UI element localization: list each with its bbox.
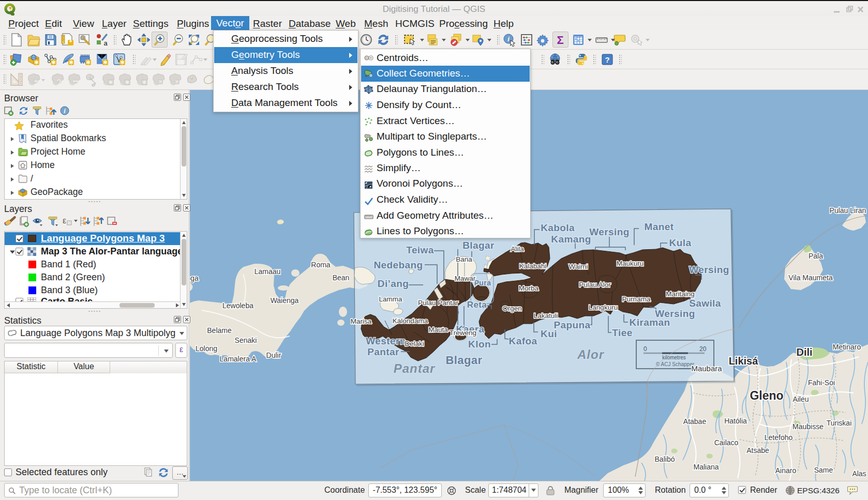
- svg-text:a: a: [103, 39, 108, 47]
- svg-text:Maubisse: Maubisse: [792, 422, 824, 431]
- svg-text:Nedebang: Nedebang: [373, 260, 423, 270]
- svg-text:ε: ε: [63, 216, 66, 225]
- svg-text:Papuna: Papuna: [553, 320, 590, 330]
- svg-text:Western: Western: [366, 336, 406, 346]
- svg-text:Pulau Liran: Pulau Liran: [830, 206, 866, 215]
- svg-text:Waimi: Waimi: [569, 263, 588, 270]
- svg-text:Marisa: Marisa: [351, 317, 372, 325]
- svg-text:Mauta: Mauta: [428, 326, 448, 334]
- svg-text:Treweng: Treweng: [450, 329, 476, 337]
- svg-text:Wersing: Wersing: [589, 226, 629, 237]
- svg-text:/: /: [31, 173, 33, 184]
- svg-text:© ACJ Schapper: © ACJ Schapper: [656, 361, 695, 367]
- svg-text:Kalabahi: Kalabahi: [519, 262, 547, 270]
- svg-text:Gleno: Gleno: [750, 389, 783, 402]
- svg-text:Klon: Klon: [468, 339, 491, 350]
- svg-text:Atabae: Atabae: [683, 417, 707, 426]
- svg-text:Lamaau: Lamaau: [255, 267, 281, 276]
- svg-text:Favorites: Favorites: [31, 119, 68, 130]
- svg-text:Kafoa: Kafoa: [509, 336, 537, 346]
- svg-text:Kui: Kui: [541, 328, 557, 339]
- svg-text:Letefoho: Letefoho: [765, 433, 793, 442]
- svg-text:Maritaing: Maritaing: [666, 290, 695, 298]
- svg-text:Blagar: Blagar: [462, 240, 495, 251]
- svg-text:Lakatuli: Lakatuli: [534, 312, 558, 320]
- svg-text:Aileu: Aileu: [792, 395, 809, 403]
- svg-text:Alila: Alila: [511, 245, 524, 253]
- svg-text:Pantar: Pantar: [367, 346, 399, 357]
- svg-text:0: 0: [643, 345, 647, 353]
- svg-text:Belame: Belame: [207, 326, 232, 335]
- svg-text:Metinaro: Metinaro: [833, 343, 861, 351]
- svg-text:Kula: Kula: [669, 237, 692, 248]
- svg-text:Kabola: Kabola: [541, 222, 575, 233]
- svg-text:Dulir: Dulir: [266, 351, 281, 359]
- svg-text:Bana: Bana: [456, 255, 472, 263]
- svg-text:Senaki: Senaki: [235, 336, 257, 344]
- svg-text:Balibó: Balibó: [655, 455, 675, 463]
- svg-text:GeoPackage: GeoPackage: [31, 187, 83, 197]
- svg-text:Pura: Pura: [474, 279, 491, 287]
- svg-text:Sawila: Sawila: [689, 298, 721, 309]
- svg-text:Maliana: Maliana: [693, 463, 719, 471]
- svg-text:Roma: Roma: [311, 261, 331, 269]
- svg-text:Lewoleba: Lewoleba: [222, 301, 253, 310]
- svg-text:Pulau Pantar: Pulau Pantar: [418, 299, 459, 307]
- svg-text:Hatólia: Hatólia: [724, 417, 747, 425]
- svg-text:Purnama: Purnama: [622, 295, 651, 303]
- svg-text:Spatial Bookmarks: Spatial Bookmarks: [31, 133, 106, 143]
- svg-text:*: *: [69, 39, 72, 46]
- svg-text:Di’ang: Di’ang: [378, 278, 409, 289]
- svg-text:Waienga: Waienga: [271, 296, 299, 305]
- svg-text:Delaki: Delaki: [405, 340, 424, 347]
- svg-text:Blagar: Blagar: [446, 354, 483, 367]
- svg-text:Lamma: Lamma: [379, 295, 402, 303]
- svg-text:Same: Same: [814, 466, 833, 474]
- svg-text:Lamalera A: Lamalera A: [220, 355, 257, 363]
- svg-text:Turiskai: Turiskai: [827, 419, 852, 427]
- svg-text:Kamang: Kamang: [551, 234, 591, 245]
- svg-text:Pantar: Pantar: [394, 361, 436, 375]
- svg-text:Vila Maumeta: Vila Maumeta: [788, 274, 833, 282]
- svg-text:Σ: Σ: [557, 34, 563, 47]
- svg-text:Pulau Alor: Pulau Alor: [579, 281, 611, 289]
- svg-text:Cailaco: Cailaco: [714, 438, 739, 447]
- svg-text:Lolong: Lolong: [196, 344, 217, 353]
- svg-text:Reta: Reta: [467, 300, 487, 310]
- svg-text:Manet: Manet: [645, 221, 674, 232]
- svg-text:Bean: Bean: [333, 274, 350, 282]
- svg-text:Alor: Alor: [577, 347, 605, 361]
- svg-text:Kiraman: Kiraman: [630, 317, 670, 328]
- svg-text:Pala: Pala: [809, 252, 823, 260]
- svg-text:Project Home: Project Home: [31, 146, 85, 157]
- svg-text:20: 20: [699, 345, 707, 353]
- svg-text:Maukuru: Maukuru: [617, 260, 644, 267]
- svg-text:Alas: Alas: [852, 469, 866, 478]
- svg-text:Likisá: Likisá: [729, 355, 759, 367]
- svg-text:Morba: Morba: [519, 284, 539, 292]
- svg-text:Wersing: Wersing: [689, 264, 729, 275]
- svg-text:?: ?: [605, 55, 609, 64]
- svg-text:Langkuru: Langkuru: [589, 304, 618, 311]
- svg-text:Atsabe: Atsabe: [746, 446, 769, 454]
- svg-text:Mawar: Mawar: [455, 275, 476, 282]
- svg-text:Maubara: Maubara: [691, 364, 722, 373]
- svg-text:Ainaro: Ainaro: [775, 466, 797, 475]
- svg-text:Dili: Dili: [796, 346, 812, 358]
- svg-text:Teiwa: Teiwa: [406, 245, 433, 255]
- svg-text:Kalondama: Kalondama: [393, 317, 428, 325]
- svg-text:i: i: [507, 35, 510, 43]
- svg-text:Tiee: Tiee: [612, 327, 632, 338]
- svg-text:oga: oga: [190, 274, 199, 282]
- svg-text:Home: Home: [31, 160, 55, 170]
- svg-text:Fahi-Soi: Fahi-Soi: [808, 378, 835, 387]
- svg-text:Orgen: Orgen: [502, 305, 522, 312]
